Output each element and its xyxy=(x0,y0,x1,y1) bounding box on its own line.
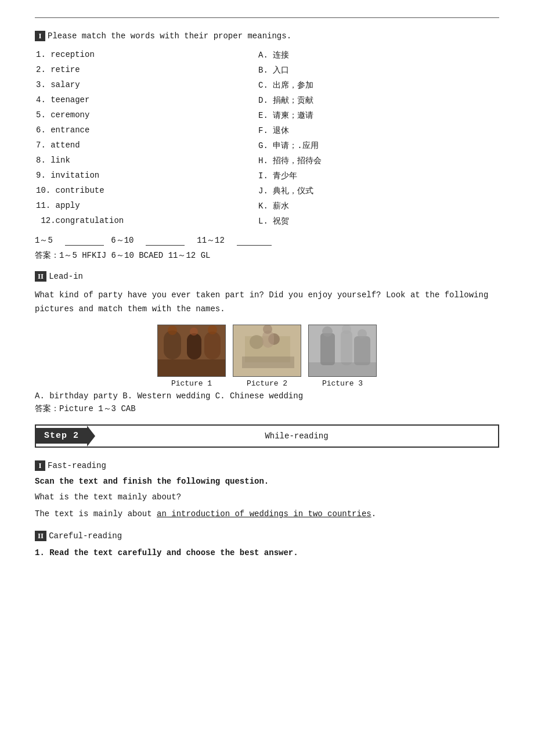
fast-reading-question: What is the text mainly about? xyxy=(35,491,499,505)
page-container: I Please match the words with their prop… xyxy=(0,0,534,756)
roman-badge-1: I xyxy=(35,31,45,41)
section1-label: I Please match the words with their prop… xyxy=(35,31,291,41)
section1-instruction: Please match the words with their proper… xyxy=(48,31,291,41)
vocab-right-A: A. 连接 xyxy=(258,48,498,62)
svg-rect-2 xyxy=(187,333,201,359)
svg-point-19 xyxy=(342,325,351,334)
picture-1-caption: Picture 1 xyxy=(171,379,212,388)
svg-rect-17 xyxy=(341,330,352,365)
svg-point-6 xyxy=(190,327,198,336)
vocab-left-3: 3. salary xyxy=(36,78,257,92)
step-right-label: While-reading xyxy=(95,429,498,444)
picture-3-image xyxy=(308,325,377,377)
roman-badge-3: I xyxy=(35,460,45,471)
answer-suffix: . xyxy=(371,509,376,519)
picture-3-item: Picture 3 xyxy=(308,325,377,388)
section3-label: I Fast-reading xyxy=(35,460,106,471)
vocab-right-K: K. 薪水 xyxy=(258,199,498,213)
section4-title: Careful-reading xyxy=(49,531,122,541)
fast-reading-answer: The text is mainly about an introduction… xyxy=(35,507,499,521)
table-row: 11. apply K. 薪水 xyxy=(36,199,498,213)
picture-1-image xyxy=(157,325,226,377)
section3-title: Fast-reading xyxy=(48,461,106,470)
roman-badge-4: II xyxy=(35,531,46,541)
svg-point-14 xyxy=(263,325,272,334)
section4-label: II Careful-reading xyxy=(35,531,122,541)
section-fast-reading: I Fast-reading Scan the text and finish … xyxy=(35,460,499,522)
lead-in-paragraph: What kind of party have you ever taken p… xyxy=(35,289,499,316)
picture-2-item: Picture 2 xyxy=(233,325,301,388)
pic2-svg xyxy=(233,325,301,377)
table-row: 7. attend G. 申请；.应用 xyxy=(36,139,498,153)
pic1-svg xyxy=(158,325,225,377)
svg-point-18 xyxy=(322,326,333,337)
vocab-right-I: I. 青少年 xyxy=(258,169,498,183)
table-row: 5. ceremony E. 请柬；邀请 xyxy=(36,109,498,123)
vocab-right-G: G. 申请；.应用 xyxy=(258,139,498,153)
table-row: 4. teenager D. 捐献；贡献 xyxy=(36,93,498,107)
table-row: 12.congratulation L. 祝贺 xyxy=(36,214,498,228)
vocab-left-5: 5. ceremony xyxy=(36,109,257,123)
svg-rect-4 xyxy=(158,359,225,377)
pictures-row: Picture 1 xyxy=(35,325,499,388)
vocab-left-9: 9. invitation xyxy=(36,169,257,183)
section2-label: II Lead-in xyxy=(35,271,83,282)
svg-rect-21 xyxy=(354,336,370,365)
vocab-left-4: 4. teenager xyxy=(36,93,257,107)
table-row: 6. entrance F. 退休 xyxy=(36,124,498,138)
vocab-right-B: B. 入口 xyxy=(258,63,498,77)
blank-1-5 xyxy=(65,236,104,246)
step-arrow-icon xyxy=(87,426,95,447)
vocab-left-8: 8. link xyxy=(36,154,257,168)
table-row: 1. reception A. 连接 xyxy=(36,48,498,62)
vocab-left-10: 10. contribute xyxy=(36,184,257,198)
answer-key-1: 答案：1～5 HFKIJ 6～10 BCAED 11～12 GL xyxy=(35,250,499,261)
careful-reading-item1: 1. Read the text carefully and choose th… xyxy=(35,548,499,557)
vocab-right-F: F. 退休 xyxy=(258,124,498,138)
vocab-left-12: 12.congratulation xyxy=(36,214,257,228)
blank-11-12 xyxy=(237,236,272,246)
blank-6-10 xyxy=(146,236,185,246)
section2-title: Lead-in xyxy=(49,272,83,281)
step2-banner: Step 2 While-reading xyxy=(35,424,499,448)
table-row: 3. salary C. 出席，参加 xyxy=(36,78,498,92)
blanks-line: 1～5 6～10 11～12 xyxy=(35,235,499,246)
roman-badge-2: II xyxy=(35,271,46,282)
vocab-left-2: 2. retire xyxy=(36,63,257,77)
table-row: 9. invitation I. 青少年 xyxy=(36,169,498,183)
vocab-table: 1. reception A. 连接 2. retire B. 入口 3. sa… xyxy=(35,47,499,229)
table-row: 8. link H. 招待，招待会 xyxy=(36,154,498,168)
table-row: 10. contribute J. 典礼，仪式 xyxy=(36,184,498,198)
pic1-overlay xyxy=(158,325,225,376)
vocab-right-H: H. 招待，招待会 xyxy=(258,154,498,168)
svg-point-10 xyxy=(250,335,264,349)
picture-options: A. birthday party B. Western wedding C. … xyxy=(35,391,499,401)
svg-rect-16 xyxy=(320,333,335,365)
pic3-overlay xyxy=(309,325,376,376)
section-careful-reading: II Careful-reading 1. Read the text care… xyxy=(35,531,499,557)
svg-point-5 xyxy=(168,326,177,335)
step2-banner-wrapper: Step 2 While-reading xyxy=(35,424,499,448)
vocab-right-J: J. 典礼，仪式 xyxy=(258,184,498,198)
section-lead-in: II Lead-in What kind of party have you e… xyxy=(35,271,499,414)
vocab-right-L: L. 祝贺 xyxy=(258,214,498,228)
vocab-left-6: 6. entrance xyxy=(36,124,257,138)
picture-3-caption: Picture 3 xyxy=(322,379,363,388)
section-match-words: I Please match the words with their prop… xyxy=(35,31,499,261)
vocab-right-E: E. 请柬；邀请 xyxy=(258,109,498,123)
svg-rect-12 xyxy=(242,357,294,368)
vocab-right-C: C. 出席，参加 xyxy=(258,78,498,92)
pic3-svg xyxy=(309,325,376,377)
vocab-left-1: 1. reception xyxy=(36,48,257,62)
answer-underlined: an introduction of weddings in two count… xyxy=(157,509,371,519)
vocab-left-11: 11. apply xyxy=(36,199,257,213)
picture-1-item: Picture 1 xyxy=(157,325,226,388)
svg-point-22 xyxy=(358,329,367,339)
fast-reading-instruction: Scan the text and finish the following q… xyxy=(35,477,499,486)
picture-2-image xyxy=(233,325,301,377)
svg-rect-3 xyxy=(204,332,221,359)
answer-key-2: 答案：Picture 1～3 CAB xyxy=(35,404,499,414)
svg-point-7 xyxy=(208,325,217,334)
vocab-left-7: 7. attend xyxy=(36,139,257,153)
pic2-overlay xyxy=(233,325,301,376)
